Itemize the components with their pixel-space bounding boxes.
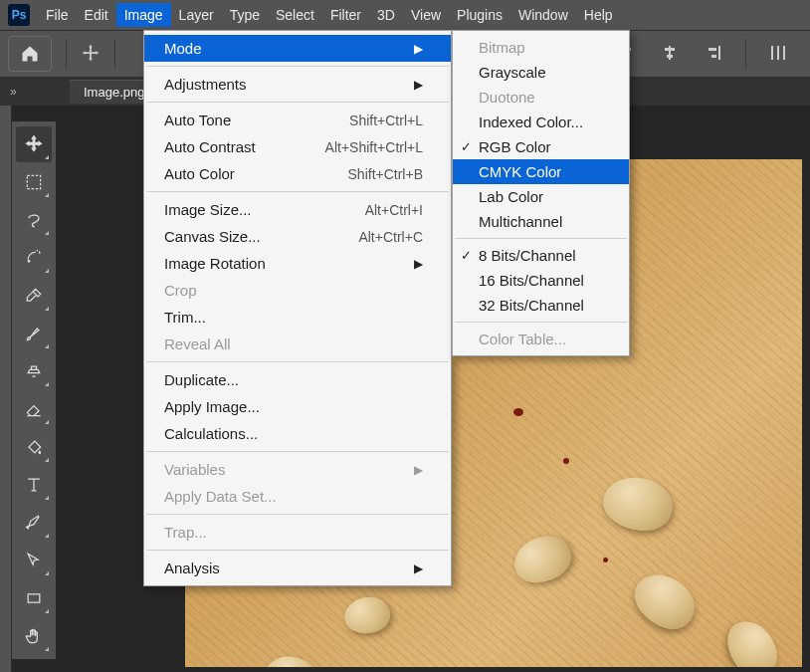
- menubar-item-select[interactable]: Select: [268, 3, 322, 27]
- tool-pen[interactable]: [16, 505, 52, 541]
- app-logo: Ps: [8, 4, 30, 26]
- menu-item-auto-tone[interactable]: Auto ToneShift+Ctrl+L: [144, 107, 451, 133]
- menu-item-analysis[interactable]: Analysis▶: [144, 555, 451, 581]
- expand-panels-handle[interactable]: »: [10, 85, 30, 99]
- mode-submenu: BitmapGrayscaleDuotoneIndexed Color...✓R…: [452, 30, 630, 356]
- mode-item-label: 8 Bits/Channel: [479, 247, 576, 264]
- menu-item-variables: Variables▶: [144, 456, 451, 483]
- menu-item-label: Image Rotation: [164, 255, 266, 272]
- mode-item-label: Lab Color: [479, 188, 543, 205]
- menu-separator: [146, 514, 449, 515]
- tool-eraser[interactable]: [16, 391, 52, 427]
- menu-item-image-size[interactable]: Image Size...Alt+Ctrl+I: [144, 196, 451, 223]
- mode-item-label: Grayscale: [479, 64, 546, 81]
- menu-item-label: Reveal All: [164, 336, 231, 352]
- menu-item-label: Duplicate...: [164, 371, 239, 388]
- menu-item-calculations[interactable]: Calculations...: [144, 420, 451, 447]
- svg-rect-9: [771, 46, 773, 60]
- svg-rect-8: [711, 55, 716, 58]
- menu-separator: [146, 451, 449, 452]
- home-icon: [20, 44, 40, 64]
- align-right-icon[interactable]: [700, 39, 727, 67]
- menu-separator: [146, 550, 449, 551]
- submenu-arrow-icon: ▶: [414, 78, 423, 92]
- mode-item-16-bits-channel[interactable]: 16 Bits/Channel: [453, 268, 629, 293]
- menu-item-canvas-size[interactable]: Canvas Size...Alt+Ctrl+C: [144, 223, 451, 250]
- menu-item-label: Auto Tone: [164, 112, 231, 128]
- tool-rectangle[interactable]: [16, 580, 52, 616]
- chili-fleck: [513, 408, 523, 416]
- tool-lasso[interactable]: [16, 202, 52, 238]
- menu-item-mode[interactable]: Mode▶: [144, 35, 451, 62]
- menubar-item-help[interactable]: Help: [576, 3, 621, 27]
- check-icon: ✓: [461, 139, 472, 154]
- menubar-item-window[interactable]: Window: [510, 3, 576, 27]
- mode-item-lab-color[interactable]: Lab Color: [453, 184, 629, 209]
- menu-item-duplicate[interactable]: Duplicate...: [144, 366, 451, 393]
- menu-item-shortcut: Shift+Ctrl+L: [349, 112, 423, 128]
- tool-brush[interactable]: [16, 316, 52, 351]
- mode-item-rgb-color[interactable]: ✓RGB Color: [453, 134, 629, 159]
- mode-item-grayscale[interactable]: Grayscale: [453, 60, 629, 85]
- menubar-item-plugins[interactable]: Plugins: [449, 3, 510, 27]
- menu-item-label: Mode: [164, 40, 202, 57]
- chili-fleck: [563, 458, 569, 464]
- mode-item-label: Bitmap: [479, 39, 525, 56]
- menu-item-label: Variables: [164, 461, 225, 478]
- menu-item-label: Image Size...: [164, 201, 252, 218]
- menu-item-label: Crop: [164, 282, 197, 299]
- submenu-arrow-icon: ▶: [414, 42, 423, 56]
- tool-magic-wand[interactable]: [16, 240, 52, 276]
- type-icon: [24, 475, 44, 495]
- mode-item-cmyk-color[interactable]: CMYK Color: [453, 159, 629, 184]
- menubar-item-image[interactable]: Image: [116, 3, 171, 27]
- brush-icon: [24, 324, 44, 343]
- mode-item-label: CMYK Color: [479, 163, 561, 180]
- menu-item-image-rotation[interactable]: Image Rotation▶: [144, 250, 451, 277]
- tool-clone-stamp[interactable]: [16, 353, 52, 389]
- hand-icon: [24, 626, 44, 646]
- menubar-item-file[interactable]: File: [38, 3, 77, 27]
- menu-item-label: Calculations...: [164, 425, 258, 442]
- tool-eyedropper[interactable]: [16, 278, 52, 314]
- chili-fleck: [603, 558, 608, 562]
- mode-item-8-bits-channel[interactable]: ✓8 Bits/Channel: [453, 243, 629, 268]
- menu-item-apply-image[interactable]: Apply Image...: [144, 393, 451, 420]
- tool-hand[interactable]: [16, 618, 52, 654]
- mode-item-32-bits-channel[interactable]: 32 Bits/Channel: [453, 293, 629, 318]
- separator: [745, 39, 746, 69]
- home-button[interactable]: [8, 36, 52, 72]
- menubar-item-layer[interactable]: Layer: [171, 3, 222, 27]
- tool-paint-bucket[interactable]: [16, 429, 52, 465]
- mode-item-multichannel[interactable]: Multichannel: [453, 209, 629, 234]
- menubar-item-type[interactable]: Type: [222, 3, 268, 27]
- menu-item-label: Analysis: [164, 560, 220, 576]
- menu-item-auto-color[interactable]: Auto ColorShift+Ctrl+B: [144, 160, 451, 187]
- distribute-icon[interactable]: [764, 39, 792, 67]
- menu-item-trap: Trap...: [144, 519, 451, 546]
- menu-item-label: Canvas Size...: [164, 228, 261, 245]
- menu-item-trim[interactable]: Trim...: [144, 304, 451, 331]
- tool-move[interactable]: [16, 126, 52, 162]
- menubar-item-edit[interactable]: Edit: [77, 3, 116, 27]
- menu-item-shortcut: Alt+Shift+Ctrl+L: [325, 139, 423, 155]
- menubar-item-3d[interactable]: 3D: [369, 3, 403, 27]
- align-controls: [608, 39, 796, 69]
- toolbox: [12, 121, 56, 659]
- menu-item-label: Auto Color: [164, 165, 235, 182]
- tool-type[interactable]: [16, 467, 52, 503]
- tool-marquee[interactable]: [16, 164, 52, 200]
- menu-item-adjustments[interactable]: Adjustments▶: [144, 71, 451, 98]
- mode-item-label: RGB Color: [479, 138, 551, 155]
- menu-separator: [146, 66, 449, 67]
- move-tool-indicator: [77, 40, 104, 68]
- left-rail: [0, 106, 12, 672]
- menu-item-auto-contrast[interactable]: Auto ContrastAlt+Shift+Ctrl+L: [144, 133, 451, 160]
- mode-item-indexed-color[interactable]: Indexed Color...: [453, 110, 629, 134]
- svg-rect-6: [718, 46, 720, 60]
- menubar-item-filter[interactable]: Filter: [322, 3, 369, 27]
- svg-rect-12: [27, 175, 40, 188]
- tool-path-select[interactable]: [16, 543, 52, 578]
- align-center-h-icon[interactable]: [656, 39, 684, 67]
- menubar-item-view[interactable]: View: [403, 3, 449, 27]
